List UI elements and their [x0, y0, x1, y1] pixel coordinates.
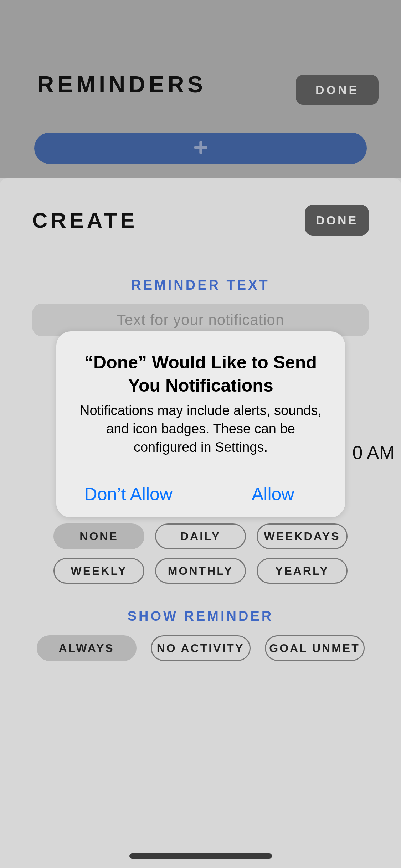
- show-reminder-label: SHOW REMINDER: [32, 609, 369, 624]
- alert-title: “Done” Would Like to Send You Notificati…: [72, 351, 329, 397]
- allow-button[interactable]: Allow: [201, 471, 345, 517]
- show-chip-goal-unmet[interactable]: GOAL UNMET: [265, 635, 365, 661]
- repeat-chip-yearly[interactable]: YEARLY: [257, 558, 348, 584]
- show-chip-always[interactable]: ALWAYS: [37, 635, 137, 661]
- repeat-chip-none[interactable]: NONE: [53, 523, 144, 549]
- create-sheet: CREATE DONE REMINDER TEXT Text for your …: [0, 178, 401, 868]
- repeat-options: NONE DAILY WEEKDAYS WEEKLY MONTHLY YEARL…: [32, 523, 369, 584]
- show-options: ALWAYS NO ACTIVITY GOAL UNMET: [32, 635, 369, 661]
- done-button[interactable]: DONE: [296, 75, 379, 105]
- home-indicator[interactable]: [129, 853, 272, 859]
- add-reminder-button[interactable]: [34, 133, 367, 164]
- reminder-text-label: REMINDER TEXT: [32, 278, 369, 293]
- repeat-chip-monthly[interactable]: MONTHLY: [155, 558, 246, 584]
- placeholder-text: Text for your notification: [117, 311, 284, 329]
- page-title: REMINDERS: [37, 71, 206, 98]
- plus-icon: [193, 140, 209, 157]
- sheet-title: CREATE: [32, 208, 138, 233]
- reminders-header-bar: REMINDERS DONE: [0, 0, 401, 178]
- dont-allow-button[interactable]: Don’t Allow: [56, 471, 201, 517]
- repeat-chip-daily[interactable]: DAILY: [155, 523, 246, 549]
- alert-message: Notifications may include alerts, sounds…: [72, 402, 329, 456]
- sheet-done-button[interactable]: DONE: [305, 205, 369, 236]
- repeat-chip-weekly[interactable]: WEEKLY: [53, 558, 144, 584]
- time-picker-partial[interactable]: 0 AM: [353, 442, 395, 463]
- repeat-chip-weekdays[interactable]: WEEKDAYS: [257, 523, 348, 549]
- show-chip-no-activity[interactable]: NO ACTIVITY: [151, 635, 251, 661]
- notification-permission-alert: “Done” Would Like to Send You Notificati…: [56, 331, 345, 517]
